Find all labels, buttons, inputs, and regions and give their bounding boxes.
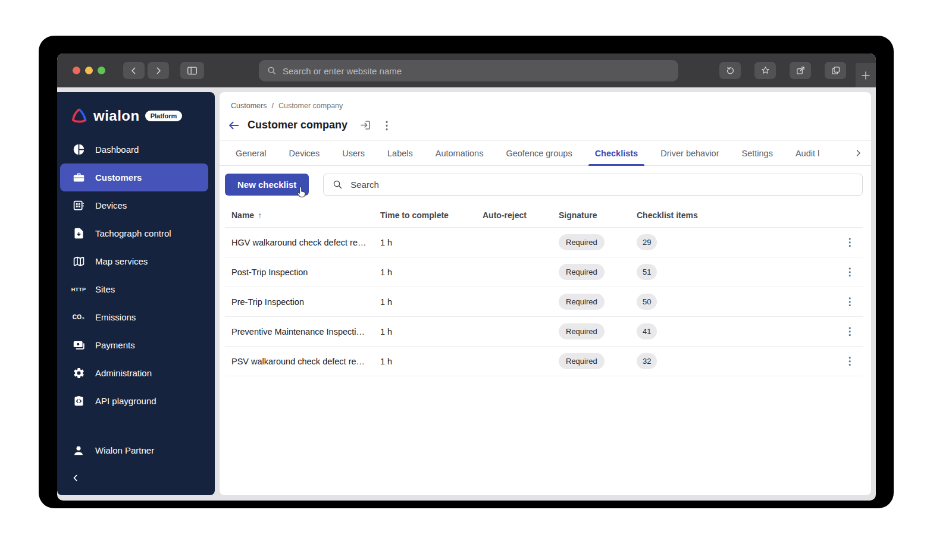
sidebar-item-label: Administration bbox=[95, 368, 152, 378]
row-more-actions-button[interactable]: ⋮ bbox=[837, 297, 863, 307]
desktop-background: Search or enter website name bbox=[39, 36, 894, 508]
sidebar-collapse-button[interactable] bbox=[57, 464, 215, 488]
cell-name: Pre-Trip Inspection bbox=[231, 297, 380, 307]
cell-time-to-complete: 1 h bbox=[380, 327, 483, 336]
table-row[interactable]: Preventive Maintenance Inspecti…1 hRequi… bbox=[225, 317, 863, 347]
row-more-actions-button[interactable]: ⋮ bbox=[837, 267, 863, 277]
cell-time-to-complete: 1 h bbox=[380, 297, 483, 307]
tabs-scroll-right-button[interactable] bbox=[854, 149, 866, 158]
tab-automations[interactable]: Automations bbox=[428, 141, 491, 165]
minimize-window-button[interactable] bbox=[85, 67, 93, 74]
arrow-left-icon bbox=[227, 119, 240, 132]
browser-address-bar[interactable]: Search or enter website name bbox=[259, 60, 678, 81]
row-more-actions-button[interactable]: ⋮ bbox=[837, 237, 863, 247]
cell-signature: Required bbox=[559, 234, 637, 250]
tabs-overview-icon bbox=[831, 65, 841, 75]
row-more-actions-button[interactable]: ⋮ bbox=[837, 326, 863, 336]
tab-general[interactable]: General bbox=[228, 141, 274, 165]
new-checklist-button[interactable]: New checklist bbox=[225, 174, 309, 196]
tab-devices[interactable]: Devices bbox=[281, 141, 328, 165]
sidebar-item-devices[interactable]: Devices bbox=[60, 191, 208, 219]
sort-ascending-icon: ↑ bbox=[258, 210, 262, 220]
browser-toolbar: Search or enter website name bbox=[57, 54, 876, 87]
column-header-time-to-complete[interactable]: Time to complete bbox=[380, 210, 483, 220]
sidebar-item-tachograph-control[interactable]: Tachograph control bbox=[60, 219, 208, 247]
sidebar-item-label: Wialon Partner bbox=[95, 445, 154, 455]
bookmark-button[interactable] bbox=[754, 62, 776, 79]
cell-checklist-items: 32 bbox=[637, 353, 837, 369]
search-icon bbox=[267, 66, 277, 75]
checklist-table: Name ↑ Time to complete Auto-reject Sign… bbox=[220, 203, 871, 376]
cell-checklist-items: 41 bbox=[637, 323, 837, 339]
tab-users[interactable]: Users bbox=[334, 141, 372, 165]
search-placeholder: Search bbox=[350, 180, 379, 190]
tab-geofence-groups[interactable]: Geofence groups bbox=[498, 141, 580, 165]
tab-labels[interactable]: Labels bbox=[380, 141, 421, 165]
sidebar-footer: Wialon Partner bbox=[57, 436, 215, 495]
chevron-left-icon bbox=[71, 474, 80, 482]
cell-signature: Required bbox=[559, 353, 637, 369]
sidebar-item-sites[interactable]: HTTPSites bbox=[60, 275, 208, 303]
app-body: wialon Platform DashboardCustomersDevice… bbox=[57, 87, 876, 501]
cell-checklist-items: 50 bbox=[637, 294, 837, 310]
share-button[interactable] bbox=[790, 62, 811, 79]
star-icon bbox=[760, 65, 771, 75]
table-row[interactable]: Pre-Trip Inspection1 hRequired50⋮ bbox=[225, 287, 863, 317]
cell-time-to-complete: 1 h bbox=[380, 238, 483, 247]
new-tab-button[interactable] bbox=[856, 63, 876, 87]
browser-back-button[interactable] bbox=[123, 62, 145, 79]
breadcrumb-current: Customer company bbox=[278, 102, 343, 110]
cell-signature: Required bbox=[559, 264, 637, 280]
sidebar-item-wialon-partner[interactable]: Wialon Partner bbox=[60, 436, 208, 464]
wialon-logo: wialon Platform bbox=[57, 92, 215, 136]
close-window-button[interactable] bbox=[73, 67, 80, 74]
person-icon bbox=[71, 444, 86, 457]
tab-driver-behavior[interactable]: Driver behavior bbox=[653, 141, 726, 165]
sidebar-item-api-playground[interactable]: API playground bbox=[60, 387, 208, 415]
chevron-right-icon bbox=[154, 66, 163, 75]
show-tabs-button[interactable] bbox=[825, 62, 846, 79]
sidebar-item-label: Map services bbox=[95, 256, 148, 266]
zoom-window-button[interactable] bbox=[98, 67, 105, 74]
browser-forward-button[interactable] bbox=[148, 62, 169, 79]
http-icon: HTTP bbox=[71, 287, 86, 292]
reload-button[interactable] bbox=[719, 62, 741, 79]
column-header-checklist-items[interactable]: Checklist items bbox=[637, 210, 837, 220]
sidebar-nav: DashboardCustomersDevicesTachograph cont… bbox=[57, 136, 215, 415]
tab-checklists[interactable]: Checklists bbox=[587, 141, 646, 165]
table-row[interactable]: HGV walkaround check defect re…1 hRequir… bbox=[225, 228, 863, 257]
cell-checklist-items: 29 bbox=[637, 234, 837, 250]
sidebar-item-map-services[interactable]: Map services bbox=[60, 247, 208, 275]
back-button[interactable] bbox=[227, 119, 240, 132]
sidebar-item-emissions[interactable]: CO₂Emissions bbox=[60, 303, 208, 331]
sidebar-item-administration[interactable]: Administration bbox=[60, 359, 208, 387]
cell-checklist-items: 51 bbox=[637, 264, 837, 280]
address-bar-placeholder: Search or enter website name bbox=[283, 66, 402, 76]
browser-sidebar-toggle-button[interactable] bbox=[180, 62, 204, 79]
open-external-icon bbox=[796, 65, 806, 75]
table-row[interactable]: PSV walkaround check defect re…1 hRequir… bbox=[225, 347, 863, 376]
column-header-auto-reject[interactable]: Auto-reject bbox=[483, 210, 559, 220]
wialon-logo-icon bbox=[70, 107, 88, 125]
table-row[interactable]: Post-Trip Inspection1 hRequired51⋮ bbox=[225, 257, 863, 287]
table-body: HGV walkaround check defect re…1 hRequir… bbox=[225, 228, 863, 376]
sidebar-item-label: Dashboard bbox=[95, 144, 139, 155]
tab-audit-l[interactable]: Audit l bbox=[788, 141, 827, 165]
checklist-items-count-badge: 50 bbox=[637, 294, 657, 310]
cell-signature: Required bbox=[559, 323, 637, 339]
log-in-as-customer-icon[interactable] bbox=[359, 119, 372, 131]
tab-settings[interactable]: Settings bbox=[734, 141, 781, 165]
checklist-search-input[interactable]: Search bbox=[323, 174, 863, 196]
column-header-signature[interactable]: Signature bbox=[559, 210, 637, 220]
co2-icon: CO₂ bbox=[71, 314, 86, 320]
sidebar-item-customers[interactable]: Customers bbox=[60, 163, 208, 191]
column-header-name[interactable]: Name ↑ bbox=[231, 210, 380, 220]
logo-wordmark: wialon bbox=[93, 109, 140, 123]
row-more-actions-button[interactable]: ⋮ bbox=[837, 356, 863, 366]
sidebar-item-dashboard[interactable]: Dashboard bbox=[60, 136, 208, 163]
sidebar: wialon Platform DashboardCustomersDevice… bbox=[57, 92, 215, 495]
sidebar-item-payments[interactable]: Payments bbox=[60, 331, 208, 359]
breadcrumb-customers-link[interactable]: Customers bbox=[231, 102, 267, 110]
page-more-actions-button[interactable]: ⋮ bbox=[375, 120, 398, 131]
sidebar-item-label: Payments bbox=[95, 340, 135, 350]
